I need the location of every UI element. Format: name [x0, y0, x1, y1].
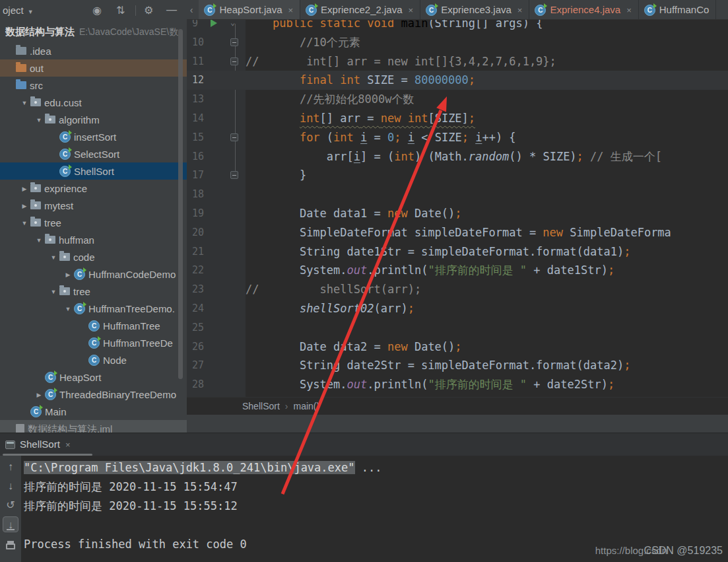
tree-item-label: edu.cust — [44, 97, 82, 108]
project-view-dropdown[interactable]: oject▼ — [3, 5, 34, 16]
tree-item--iml[interactable]: 数据结构与算法.iml — [0, 420, 187, 433]
editor-tab-huffmanco[interactable]: CHuffmanCo — [639, 0, 717, 20]
console-up-icon[interactable]: ↑ — [3, 459, 18, 475]
tree-item-exprience[interactable]: ▶exprience — [0, 180, 187, 197]
code-line-22[interactable]: 22 System.out.println("排序前的时间是 " + date1… — [187, 261, 728, 280]
console-output[interactable]: "C:\Program Files\Java\jdk1.8.0_241\bin\… — [24, 456, 728, 562]
project-root[interactable]: 数据结构与算法E:\JavaCode\JavaSE\数 — [0, 22, 187, 41]
tree-item-selectsort[interactable]: CSelectSort — [0, 145, 187, 162]
token — [246, 150, 327, 163]
tree-scrollbar[interactable] — [178, 29, 183, 379]
code-line-23[interactable]: 23// shellSort(arr); — [187, 280, 728, 299]
chevron-down-icon[interactable]: ▼ — [62, 300, 74, 317]
editor-tab-exprience4-java[interactable]: CExprience4.java× — [529, 0, 638, 20]
close-icon[interactable]: × — [517, 5, 523, 15]
code-line-14[interactable]: 14 int[] arr = new int[SIZE]; — [187, 109, 728, 128]
tree-item-src[interactable]: src — [0, 77, 187, 94]
tree-item-tree[interactable]: ▼tree — [0, 214, 187, 231]
code-line-9[interactable]: 9⌄ public static void main(String[] args… — [187, 20, 728, 33]
code-line-18[interactable]: 18 — [187, 185, 728, 204]
breadcrumb[interactable]: ShellSort›main() — [187, 397, 728, 415]
tree-item-insertsort[interactable]: CinsertSort — [0, 128, 187, 145]
tree-item-node[interactable]: CNode — [0, 351, 187, 369]
breadcrumb-method[interactable]: main() — [293, 401, 319, 411]
code-line-11[interactable]: 11// int[] arr = new int[]{3,4,2,7,6,1,9… — [187, 52, 728, 71]
chevron-right-icon[interactable]: ▶ — [62, 266, 74, 283]
code-text: for (int i = 0; i < SIZE; i++) { — [246, 128, 516, 147]
token: [SIZE] — [428, 112, 468, 125]
tree-item-label: Node — [103, 355, 127, 366]
chevron-down-icon[interactable]: ▼ — [48, 283, 59, 300]
editor-tab-exprience3-java[interactable]: CExprience3.java× — [420, 0, 529, 20]
editor-tab-heapsort-java[interactable]: CHeapSort.java× — [199, 0, 300, 20]
editor-tab-exprience2_2-java[interactable]: CExprience2_2.java× — [300, 0, 420, 20]
code-text: shellSort02(arr); — [246, 299, 414, 318]
token: ) (Math. — [414, 150, 469, 163]
close-icon[interactable]: × — [288, 5, 294, 15]
chevron-down-icon[interactable]: ▼ — [48, 249, 59, 265]
locate-file-icon[interactable]: ◉ — [92, 4, 102, 17]
tree-item--idea[interactable]: .idea — [0, 42, 187, 59]
code-line-10[interactable]: 10 //10个元素 — [187, 33, 728, 52]
tree-item-tree[interactable]: ▼tree — [0, 283, 187, 300]
code-line-13[interactable]: 13 //先初始化8000w个数 — [187, 90, 728, 109]
tree-item-shellsort[interactable]: CShellSort — [0, 162, 187, 180]
code-line-20[interactable]: 20 SimpleDateFormat simpleDateFormat = n… — [187, 223, 728, 242]
code-line-24[interactable]: 24 shellSort02(arr); — [187, 299, 728, 318]
console-rerun-icon[interactable]: ↺ — [3, 497, 18, 513]
tree-item-label: HuffmanTreeDe — [103, 337, 173, 349]
fold-start-icon[interactable] — [230, 133, 238, 141]
token: int — [333, 131, 360, 144]
tree-item-threadedbinarytreedemo[interactable]: ▶CThreadedBinaryTreeDemo — [0, 386, 187, 403]
tree-item-algorithm[interactable]: ▼algorithm — [0, 111, 187, 128]
tree-item-code[interactable]: ▼code — [0, 248, 187, 265]
chevron-down-icon[interactable]: ▼ — [18, 215, 30, 231]
console-tab-shellsort[interactable]: ShellSort× — [5, 433, 70, 456]
tree-item-huffmantree[interactable]: CHuffmanTree — [0, 317, 187, 334]
close-icon[interactable]: × — [409, 5, 414, 15]
code-line-15[interactable]: 15 for (int i = 0; i < SIZE; i++) { — [187, 128, 728, 147]
tree-item-mytest[interactable]: ▶mytest — [0, 197, 187, 214]
tree-item-label: .idea — [30, 46, 51, 57]
fold-end-icon[interactable] — [230, 57, 238, 65]
tree-item-huffmantreede[interactable]: CHuffmanTreeDe — [0, 334, 187, 351]
tree-item-huffmancodedemo[interactable]: ▶CHuffmanCodeDemo — [0, 265, 187, 283]
code-line-19[interactable]: 19 Date data1 = new Date(); — [187, 204, 728, 223]
tree-item-heapsort[interactable]: CHeapSort — [0, 369, 187, 386]
breadcrumb-class[interactable]: ShellSort — [242, 401, 280, 411]
tree-item-huffmantreedemo-[interactable]: ▼CHuffmanTreeDemo. — [0, 300, 187, 317]
tree-item-huffman[interactable]: ▼huffman — [0, 231, 187, 248]
fold-end-icon[interactable] — [230, 171, 238, 179]
tree-item-edu-cust[interactable]: ▼edu.cust — [0, 94, 187, 111]
code-line-16[interactable]: 16 arr[i] = (int) (Math.random() * SIZE)… — [187, 147, 728, 166]
fold-open-icon[interactable]: ⌄ — [230, 20, 235, 27]
hide-panel-icon[interactable]: — — [166, 4, 177, 16]
code-line-25[interactable]: 25 — [187, 318, 728, 337]
chevron-down-icon[interactable]: ▼ — [33, 112, 45, 128]
token — [246, 131, 300, 144]
tree-item-main[interactable]: CMain — [0, 403, 187, 420]
tree-item-out[interactable]: out — [0, 59, 187, 77]
run-main-icon[interactable] — [211, 20, 217, 27]
code-line-28[interactable]: 28 System.out.println("排序前的时间是 " + date2… — [187, 375, 728, 394]
collapse-all-icon[interactable]: ⇅ — [116, 4, 125, 17]
console-down-icon[interactable]: ↓ — [3, 478, 18, 494]
gear-icon[interactable]: ⚙ — [144, 4, 153, 17]
code-line-26[interactable]: 26 Date data2 = new Date(); — [187, 337, 728, 357]
fold-start-icon[interactable] — [230, 38, 238, 46]
console-scroll-end-icon[interactable]: ↓ — [3, 516, 18, 532]
code-line-12[interactable]: 12 final int SIZE = 80000000; — [187, 71, 728, 90]
console-printer-icon[interactable] — [3, 536, 18, 551]
chevron-down-icon[interactable]: ▼ — [18, 94, 30, 111]
code-line-27[interactable]: 27 String date2Str = simpleDateFormat.fo… — [187, 356, 728, 375]
code-line-17[interactable]: 17 } — [187, 166, 728, 185]
close-icon[interactable]: × — [626, 5, 632, 15]
code-editor[interactable]: 9⌄ public static void main(String[] args… — [187, 20, 728, 415]
chevron-right-icon[interactable]: ▶ — [18, 180, 30, 197]
scroll-tabs-left-icon[interactable]: ‹ — [187, 0, 196, 20]
close-icon[interactable]: × — [65, 440, 71, 450]
chevron-right-icon[interactable]: ▶ — [33, 386, 45, 403]
chevron-down-icon[interactable]: ▼ — [33, 232, 45, 248]
chevron-right-icon[interactable]: ▶ — [18, 197, 30, 214]
code-line-21[interactable]: 21 String date1Str = simpleDateFormat.fo… — [187, 242, 728, 262]
